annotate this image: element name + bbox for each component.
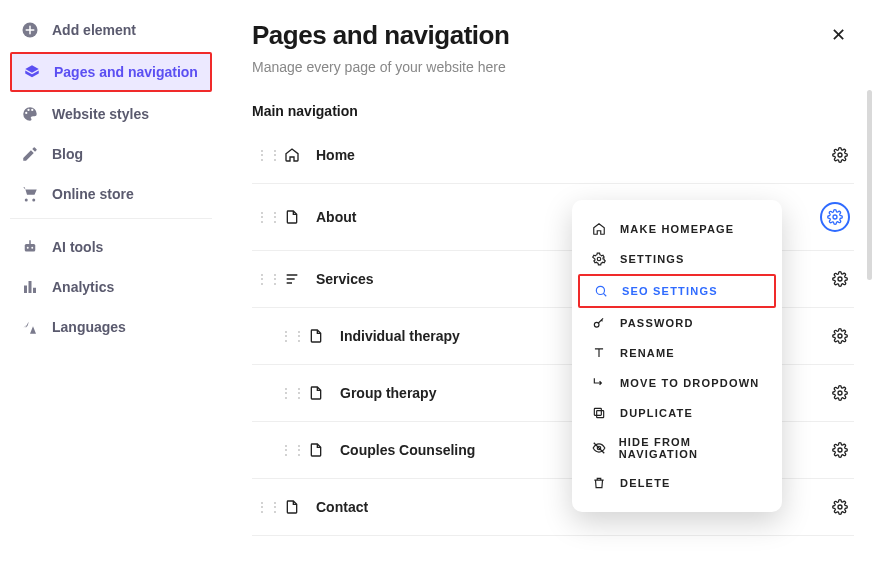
sidebar-item-label: Website styles [52, 106, 149, 122]
menu-item-label: Password [620, 317, 694, 329]
scrollbar[interactable] [867, 90, 872, 280]
nav-row-home[interactable]: ⋮⋮ Home [252, 127, 854, 184]
gear-icon[interactable] [830, 269, 850, 289]
sidebar-item-pages-navigation[interactable]: Pages and navigation [10, 52, 212, 92]
bar-chart-icon [20, 277, 40, 297]
drag-handle-icon[interactable]: ⋮⋮ [256, 500, 270, 514]
gear-icon[interactable] [830, 497, 850, 517]
gear-icon[interactable] [830, 326, 850, 346]
sidebar-item-label: Online store [52, 186, 134, 202]
svg-point-8 [833, 215, 837, 219]
sidebar-divider [10, 218, 212, 219]
menu-item-duplicate[interactable]: Duplicate [578, 398, 776, 428]
menu-item-label: Rename [620, 347, 675, 359]
plus-circle-icon [20, 20, 40, 40]
page-icon [284, 499, 302, 515]
page-icon [308, 442, 326, 458]
svg-point-3 [31, 247, 33, 249]
search-icon [594, 284, 610, 298]
menu-item-label: Delete [620, 477, 671, 489]
menu-item-label: Make homepage [620, 223, 734, 235]
svg-rect-20 [594, 408, 601, 415]
menu-item-seo-settings[interactable]: SEO settings [578, 274, 776, 308]
menu-item-make-homepage[interactable]: Make homepage [578, 214, 776, 244]
sidebar-item-label: Languages [52, 319, 126, 335]
page-context-menu: Make homepage Settings SEO settings Pass… [572, 200, 782, 512]
gear-icon[interactable] [830, 440, 850, 460]
sidebar-item-add-element[interactable]: Add element [10, 12, 212, 48]
drag-handle-icon[interactable]: ⋮⋮ [280, 443, 294, 457]
panel-title: Pages and navigation [252, 20, 509, 51]
svg-point-17 [596, 286, 604, 294]
drag-handle-icon[interactable]: ⋮⋮ [280, 329, 294, 343]
gear-icon[interactable] [830, 383, 850, 403]
duplicate-icon [592, 406, 608, 420]
close-icon[interactable]: ✕ [823, 20, 854, 50]
svg-point-2 [27, 247, 29, 249]
svg-point-9 [838, 277, 842, 281]
svg-point-12 [838, 448, 842, 452]
menu-item-label: Hide from navigation [619, 436, 762, 460]
svg-rect-5 [29, 281, 32, 293]
sidebar-item-website-styles[interactable]: Website styles [10, 96, 212, 132]
menu-item-rename[interactable]: Rename [578, 338, 776, 368]
list-icon [284, 271, 302, 287]
sidebar-item-label: Add element [52, 22, 136, 38]
sidebar-item-label: Pages and navigation [54, 64, 198, 80]
menu-item-label: Duplicate [620, 407, 693, 419]
menu-item-label: Settings [620, 253, 685, 265]
svg-rect-19 [597, 411, 604, 418]
text-icon [592, 346, 608, 360]
page-icon [308, 385, 326, 401]
gear-icon [592, 252, 608, 266]
sidebar-item-label: Analytics [52, 279, 114, 295]
sidebar: Add element Pages and navigation Website… [0, 0, 222, 567]
key-icon [592, 316, 608, 330]
svg-point-7 [838, 153, 842, 157]
svg-point-13 [838, 505, 842, 509]
eye-off-icon [592, 441, 607, 455]
svg-point-16 [597, 257, 601, 261]
layers-icon [22, 62, 42, 82]
svg-point-11 [838, 391, 842, 395]
menu-item-hide-from-navigation[interactable]: Hide from navigation [578, 428, 776, 468]
palette-icon [20, 104, 40, 124]
home-icon [592, 222, 608, 236]
sidebar-item-label: AI tools [52, 239, 103, 255]
menu-item-password[interactable]: Password [578, 308, 776, 338]
robot-icon [20, 237, 40, 257]
page-icon [308, 328, 326, 344]
svg-point-18 [594, 322, 599, 327]
sidebar-item-languages[interactable]: Languages [10, 309, 212, 345]
sidebar-item-online-store[interactable]: Online store [10, 176, 212, 212]
menu-item-label: Move to dropdown [620, 377, 759, 389]
drag-handle-icon[interactable]: ⋮⋮ [256, 148, 270, 162]
home-icon [284, 147, 302, 163]
pages-panel: Pages and navigation Manage every page o… [222, 0, 884, 567]
sidebar-item-blog[interactable]: Blog [10, 136, 212, 172]
sidebar-item-analytics[interactable]: Analytics [10, 269, 212, 305]
svg-rect-1 [25, 244, 36, 252]
svg-point-10 [838, 334, 842, 338]
trash-icon [592, 476, 608, 490]
menu-item-delete[interactable]: Delete [578, 468, 776, 498]
translate-icon [20, 317, 40, 337]
drag-handle-icon[interactable]: ⋮⋮ [256, 210, 270, 224]
svg-rect-6 [33, 288, 36, 293]
page-icon [284, 209, 302, 225]
svg-rect-4 [24, 286, 27, 294]
move-arrow-icon [592, 376, 608, 390]
gear-icon[interactable] [830, 145, 850, 165]
nav-row-label: Home [316, 147, 816, 163]
section-label: Main navigation [252, 103, 854, 119]
sidebar-item-label: Blog [52, 146, 83, 162]
sidebar-item-ai-tools[interactable]: AI tools [10, 229, 212, 265]
drag-handle-icon[interactable]: ⋮⋮ [256, 272, 270, 286]
drag-handle-icon[interactable]: ⋮⋮ [280, 386, 294, 400]
gear-icon[interactable] [820, 202, 850, 232]
menu-item-label: SEO settings [622, 285, 718, 297]
pencil-square-icon [20, 144, 40, 164]
menu-item-move-to-dropdown[interactable]: Move to dropdown [578, 368, 776, 398]
panel-subtitle: Manage every page of your website here [252, 59, 509, 75]
menu-item-settings[interactable]: Settings [578, 244, 776, 274]
